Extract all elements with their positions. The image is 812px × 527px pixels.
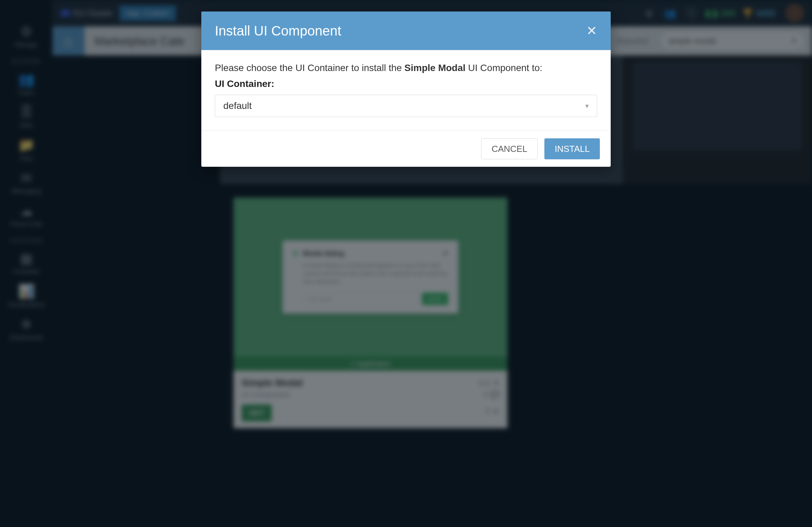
cancel-button[interactable]: CANCEL <box>481 138 538 159</box>
dialog-title: Install UI Component <box>215 23 342 39</box>
container-select[interactable]: default ▾ <box>215 95 597 117</box>
close-dialog-button[interactable]: ✕ <box>586 23 597 38</box>
dialog-header: Install UI Component ✕ <box>201 12 611 50</box>
dialog-footer: CANCEL INSTALL <box>201 131 611 167</box>
component-name: Simple Modal <box>404 62 465 73</box>
container-field-label: UI Container: <box>215 78 597 89</box>
dialog-prompt: Please choose the UI Container to instal… <box>215 61 597 75</box>
install-dialog: Install UI Component ✕ Please choose the… <box>201 12 611 167</box>
select-value: default <box>223 101 252 111</box>
chevron-down-icon: ▾ <box>585 102 589 110</box>
install-button[interactable]: INSTALL <box>545 138 600 159</box>
